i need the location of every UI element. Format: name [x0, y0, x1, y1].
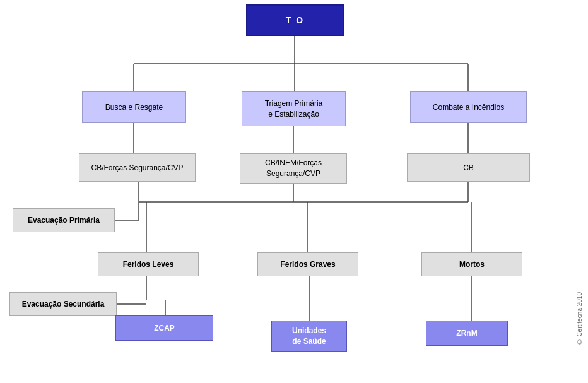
root-node: T O: [246, 4, 344, 36]
diagram-container: T O Busca e Resgate Triagem Primáriae Es…: [0, 0, 588, 383]
zrnm-node: ZRnM: [426, 321, 508, 346]
cb-inem-node: CB/INEM/ForçasSegurança/CVP: [240, 153, 347, 184]
triagem-primaria-node: Triagem Primáriae Estabilização: [242, 91, 346, 126]
mortos-node: Mortos: [421, 252, 522, 276]
unidades-saude-node: Unidadesde Saúde: [271, 321, 347, 352]
evacuacao-primaria-node: Evacuação Primária: [13, 208, 115, 232]
cb-node: CB: [407, 153, 530, 182]
busca-resgate-node: Busca e Resgate: [82, 91, 186, 123]
feridos-graves-node: Feridos Graves: [257, 252, 358, 276]
feridos-leves-node: Feridos Leves: [98, 252, 199, 276]
evacuacao-secundaria-node: Evacuação Secundária: [9, 292, 117, 316]
copyright-text: © Certitecna 2010: [576, 292, 583, 345]
cb-forcas-node: CB/Forças Segurança/CVP: [79, 153, 196, 182]
combate-incendios-node: Combate a Incêndios: [410, 91, 527, 123]
zcap-node: ZCAP: [115, 315, 213, 341]
